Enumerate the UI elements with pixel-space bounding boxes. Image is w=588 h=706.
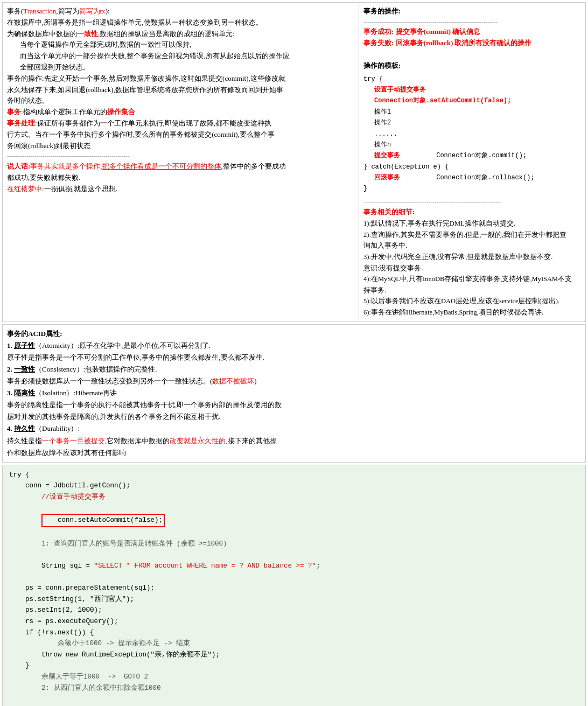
acid-d-desc: 持久性是指一个事务一旦被提交,它对数据库中数据的改变就是永久性的,接下来的其他操 bbox=[7, 435, 581, 447]
code-throw: throw new RuntimeException("亲,你的余额不足"); bbox=[9, 649, 579, 661]
code-execute1: rs = ps.executeQuery(); bbox=[9, 616, 579, 627]
note3: 3):开发中,代码完全正确,没有异常,但是就是数据库中数据不变. bbox=[363, 251, 581, 263]
shuoren-red1: 事务其实就是多个操作, bbox=[30, 162, 102, 170]
code-setAutoCommit: conn.setAutoCommit(false); bbox=[41, 514, 165, 527]
shiwu-bold: 事务 bbox=[7, 108, 21, 116]
note4-cont: 持事务. bbox=[363, 285, 581, 296]
para3: 事务的操作:先定义开始一个事务,然后对数据库修改操作,这时如果提交(commit… bbox=[7, 73, 354, 85]
para2-suffix: ,数据组的操纵应当是离散的成组的逻辑单元: bbox=[98, 30, 235, 38]
shuoren-suffix: ,整体中的多个要成功 bbox=[221, 162, 286, 170]
para2-prefix: 为确保数据库中数据的 bbox=[7, 30, 77, 38]
acid-a-title: 1. 原子性 bbox=[7, 341, 35, 349]
para3-cont2: 务时的状态。 bbox=[7, 95, 354, 107]
shiwuchuli-bold: 事务处理 bbox=[7, 119, 35, 127]
code-comment-low: 余额小于1000 -> 提示余额不足 -> 结束 bbox=[9, 638, 579, 649]
title-comma: ,简写为 bbox=[56, 7, 79, 15]
acid-a-desc: :原子在化学中,是最小单位,不可以再分割了. bbox=[78, 341, 211, 349]
code-sql1: String sql = "SELECT * FROM account WHER… bbox=[9, 549, 579, 583]
indent1: 当每个逻辑操作单元全部完成时,数据的一致性可以保持, bbox=[20, 39, 354, 51]
template-opn: 操作n bbox=[374, 139, 581, 150]
shiwu-line: 事务:指构成单个逻辑工作单元的操作集合 bbox=[7, 107, 354, 118]
title-short: 简写为tx bbox=[79, 7, 106, 15]
template-dots: ...... bbox=[374, 129, 581, 139]
code-sql2: sql = "update account set balance = bala… bbox=[9, 694, 579, 706]
divider-text: ----------------------------------------… bbox=[7, 151, 354, 161]
top-left-panel: 事务(Transaction,简写为简写为tx): 在数据库中,所谓事务是指一组… bbox=[3, 3, 359, 321]
shiwuchuli-desc: :保证所有事务都作为一个工作单元来执行,即使出现了故障,都不能改变这种执 bbox=[35, 119, 271, 127]
acid-c-line: 2. 一致性（Consistency）:包装数据操作的完整性. bbox=[7, 364, 581, 375]
top-right-panel: 事务的操作: ---------------------------------… bbox=[359, 3, 585, 321]
transaction-title: 事务(Transaction,简写为简写为tx): bbox=[7, 6, 354, 17]
title-prefix: 事务( bbox=[7, 7, 23, 15]
title-suffix: ): bbox=[106, 7, 110, 15]
para1: 在数据库中,所谓事务是指一组逻辑操作单元,使数据从一种状态变换到另一种状态。 bbox=[7, 17, 354, 29]
right-success: 事务成功: 提交事务(commit) 确认信息 bbox=[363, 26, 581, 38]
template-close: } bbox=[363, 183, 581, 194]
right-divider1: ----------------------------------------… bbox=[363, 17, 581, 27]
note5: 5):以后事务我们不应该在DAO层处理,应该在service层控制(提出). bbox=[363, 296, 581, 307]
acid-title: 事务的ACID属性: bbox=[7, 328, 581, 340]
honglou-line: 在红楼梦中:一损俱损,就是这个思想. bbox=[7, 184, 354, 195]
note1: 1):默认情况下,事务在执行完DML操作就自动提交. bbox=[363, 218, 581, 229]
acid-i-desc2-cont: 据对并发的其他事务是隔离的,并发执行的各个事务之间不能互相干扰. bbox=[7, 411, 581, 423]
right-divider2: ----------------------------------------… bbox=[363, 198, 581, 207]
code-section: try { conn = JdbcUtil.getConn(); //设置手动提… bbox=[2, 465, 586, 706]
acid-i-title: 3. 隔离性 bbox=[7, 389, 35, 397]
acid-a-cn: （Atomicity） bbox=[35, 341, 78, 349]
template-rollback-comment: 回滚事务 Connection对象.rollback(); bbox=[374, 172, 581, 183]
code-comment1: //设置手动提交事务 bbox=[9, 492, 579, 503]
right-title: 事务的操作: bbox=[363, 6, 581, 17]
shiwu-desc: :指构成单个逻辑工作单元的 bbox=[21, 108, 107, 116]
para2: 为确保数据库中数据的一致性,数据组的操纵应当是离散的成组的逻辑单元: bbox=[7, 29, 354, 40]
acid-a-desc2: 原子性是指事务是一个不可分割的工作单位,事务中的操作要么都发生,要么都不发生. bbox=[7, 352, 581, 364]
note6: 6):事务在讲解Hibernate,MyBatis,Spring,项目的时候都会… bbox=[363, 307, 581, 318]
shuoren-red2: 把多个操作看成是一个不可分割的整体 bbox=[102, 162, 221, 170]
shuoren-prefix: 说人话: bbox=[7, 162, 30, 170]
caozuo-red: 操作集合 bbox=[107, 108, 135, 116]
right-notes: 事务相关的细节: 1):默认情况下,事务在执行完DML操作就自动提交. 2):查… bbox=[363, 207, 581, 318]
code-comment-goto: 余额大于等于1000 -> GOTO 2 bbox=[9, 672, 579, 683]
acid-i-cn: （Isolation） bbox=[35, 389, 74, 397]
para2-red: 一致性 bbox=[77, 30, 98, 38]
note4: 4):在MySQL中,只有InnoDB存储引擎支持事务,支持外键,MyISAM不… bbox=[363, 274, 581, 285]
acid-i-desc2: 事务的隔离性是指一个事务的执行不能被其他事务干扰,即一个事务内部的操作及使用的数 bbox=[7, 399, 581, 411]
shuoren-line2: 都成功,要失败就都失败. bbox=[7, 172, 354, 184]
template-title: 操作的模板: bbox=[363, 60, 581, 72]
title-transaction: Transaction bbox=[23, 7, 56, 15]
code-line-getconn: conn = JdbcUtil.getConn(); bbox=[9, 480, 579, 492]
template-op2: 操作2 bbox=[374, 117, 581, 128]
right-fail: 事务失败: 回滚事务(rollback) 取消所有没有确认的操作 bbox=[363, 38, 581, 49]
code-setstring1: ps.setString(1, "西门官人"); bbox=[9, 594, 579, 605]
code-if: if (!rs.next()) { bbox=[9, 627, 579, 639]
template-set-code: Connection对象.setAtuoCommit(false); bbox=[374, 95, 581, 106]
code-highlight1-box: conn.setAutoCommit(false); bbox=[9, 503, 579, 539]
acid-i-line: 3. 隔离性（Isolation）:Hibernate再讲 bbox=[7, 387, 581, 399]
acid-c-title: 2. 一致性 bbox=[7, 365, 35, 373]
acid-d-desc3: 作和数据库故障不应该对其有任何影响 bbox=[7, 447, 581, 459]
template-set-comment: 设置手动提交事务 bbox=[374, 85, 581, 95]
note2-cont: 询加入事务中. bbox=[363, 240, 581, 251]
note3-cont: 意识:没有提交事务. bbox=[363, 263, 581, 274]
acid-c-cn: （Consistency） bbox=[35, 365, 83, 373]
code-brace1: } bbox=[9, 660, 579, 672]
acid-i-desc: :Hibernate再讲 bbox=[74, 389, 117, 397]
acid-d-cn: （Durability）: bbox=[35, 424, 80, 432]
indent2-cont: 全部回退到开始状态。 bbox=[20, 62, 354, 73]
shiwuchuli-desc3: 务回滚(rollback)到最初状态 bbox=[7, 141, 354, 152]
shuoren-line1: 说人话:事务其实就是多个操作,把多个操作看成是一个不可分割的整体,整体中的多个要… bbox=[7, 161, 354, 172]
acid-c-desc2: 事务必须使数据库从一个一致性状态变换到另外一个一致性状态。(数据不被破坏) bbox=[7, 375, 581, 387]
template-op1: 操作1 bbox=[374, 107, 581, 117]
shiwuchuli-line: 事务处理:保证所有事务都作为一个工作单元来执行,即使出现了故障,都不能改变这种执 bbox=[7, 118, 354, 129]
acid-a-line: 1. 原子性（Atomicity）:原子在化学中,是最小单位,不可以再分割了. bbox=[7, 340, 581, 352]
para3-cont: 永久地保存下来,如果回退(rollback),数据库管理系统将放弃您所作的所有修… bbox=[7, 85, 354, 96]
code-line-try: try { bbox=[9, 470, 579, 481]
honglou-text: 在红楼梦中 bbox=[7, 185, 42, 193]
notes-title: 事务相关的细节: bbox=[363, 207, 581, 218]
honglou-suffix: :一损俱损,就是这个思想. bbox=[42, 185, 117, 193]
acid-d-line: 4. 持久性（Durability）: bbox=[7, 423, 581, 435]
template-try: try { bbox=[363, 74, 581, 85]
acid-c-desc: :包装数据操作的完整性. bbox=[83, 365, 157, 373]
code-prepare1: ps = conn.prepareStatement(sql); bbox=[9, 583, 579, 594]
note2: 2):查询操作,其实是不需要事务的.但是,一般的,我们在开发中都把查 bbox=[363, 229, 581, 241]
code-comment-query: 1: 查询西门官人的账号是否满足转账条件 (余额 >=1000) bbox=[9, 539, 579, 550]
